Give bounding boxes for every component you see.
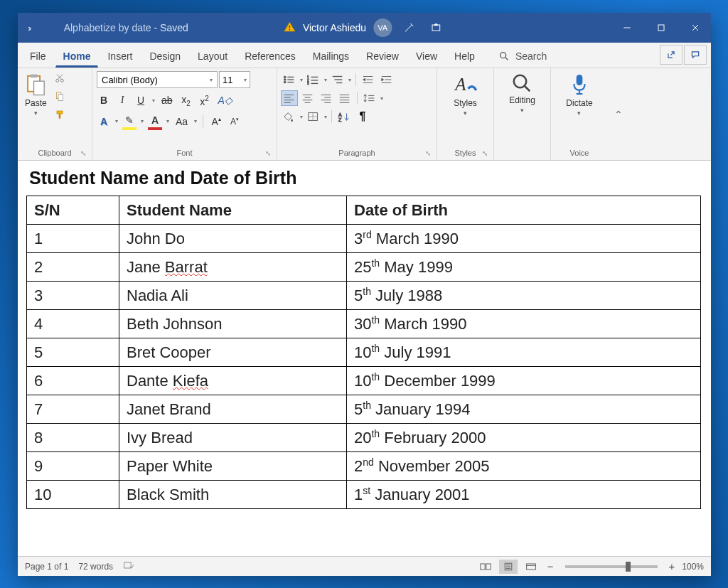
maximize-button[interactable] <box>646 13 677 43</box>
qat-overflow-icon[interactable]: ›› <box>28 23 30 33</box>
numbering-button[interactable]: 123 <box>306 73 321 87</box>
align-right-button[interactable] <box>318 91 334 105</box>
tab-review[interactable]: Review <box>358 44 407 68</box>
italic-button[interactable]: I <box>115 93 129 107</box>
line-spacing-button[interactable] <box>362 91 378 105</box>
svg-rect-18 <box>57 111 63 114</box>
text-effects-button[interactable]: A <box>97 114 111 129</box>
cell-dob: 1st January 2001 <box>347 481 701 509</box>
copy-icon[interactable] <box>53 90 67 104</box>
cell-dob: 20th February 2000 <box>347 424 701 452</box>
zoom-slider[interactable] <box>565 565 658 568</box>
read-mode-button[interactable] <box>476 560 495 574</box>
cell-sn: 10 <box>27 481 119 509</box>
proofing-icon[interactable] <box>123 560 134 572</box>
cell-dob: 30th March 1990 <box>347 310 701 338</box>
wand-icon[interactable] <box>399 13 419 43</box>
highlight-button[interactable]: ✎ <box>122 113 136 130</box>
document-canvas[interactable]: Student Name and Date of Birth S/N Stude… <box>18 161 711 556</box>
cut-icon[interactable] <box>53 71 67 85</box>
shading-button[interactable] <box>282 109 297 124</box>
svg-rect-0 <box>289 25 290 28</box>
tab-insert[interactable]: Insert <box>100 44 140 68</box>
font-color-button[interactable]: A <box>148 113 162 130</box>
svg-text:Z: Z <box>338 117 342 122</box>
zoom-out-button[interactable]: − <box>545 560 557 572</box>
svg-point-66 <box>514 75 527 88</box>
styles-button[interactable]: A Styles ▾ <box>451 71 481 118</box>
multilevel-button[interactable] <box>330 73 346 87</box>
cell-dob: 3rd March 1990 <box>347 225 701 253</box>
ribbon-display-icon[interactable] <box>426 13 446 43</box>
font-group-label: Font <box>176 149 192 157</box>
tab-mailings[interactable]: Mailings <box>305 44 357 68</box>
decrease-indent-button[interactable] <box>360 73 376 87</box>
dialog-launcher-icon[interactable]: ⤡ <box>425 149 431 157</box>
font-name-select[interactable]: Calibri (Body)▾ <box>97 71 218 88</box>
share-button[interactable] <box>660 45 682 65</box>
svg-rect-2 <box>432 25 440 31</box>
svg-point-22 <box>284 79 286 81</box>
table-row: 6Dante Kiefa10th December 1999 <box>27 367 701 395</box>
cell-sn: 8 <box>27 424 119 452</box>
dictate-button[interactable]: Dictate ▾ <box>563 71 595 118</box>
show-marks-button[interactable]: ¶ <box>355 109 370 124</box>
tab-view[interactable]: View <box>408 44 445 68</box>
paragraph-group-label: Paragraph <box>338 149 375 157</box>
search-input[interactable]: Search <box>498 50 658 68</box>
superscript-button[interactable]: x2 <box>198 93 212 109</box>
strike-button[interactable]: ab <box>159 93 175 107</box>
tab-file[interactable]: File <box>22 44 54 68</box>
editing-button[interactable]: Editing ▾ <box>506 71 538 115</box>
borders-button[interactable] <box>306 109 321 124</box>
search-label: Search <box>515 50 547 62</box>
justify-button[interactable] <box>337 91 353 105</box>
cell-dob: 5th July 1988 <box>347 282 701 310</box>
minimize-button[interactable] <box>611 13 643 43</box>
avatar[interactable]: VA <box>373 18 392 37</box>
clear-format-button[interactable]: A◇ <box>216 93 235 107</box>
svg-point-24 <box>284 81 286 83</box>
zoom-level[interactable]: 100% <box>682 562 704 572</box>
svg-rect-72 <box>481 564 485 570</box>
increase-indent-button[interactable] <box>379 73 395 87</box>
font-size-select[interactable]: 11▾ <box>219 71 250 88</box>
change-case-button[interactable]: Aa <box>173 114 190 129</box>
tab-design[interactable]: Design <box>141 44 188 68</box>
tab-help[interactable]: Help <box>446 44 483 68</box>
underline-button[interactable]: U <box>134 93 148 107</box>
word-count[interactable]: 72 words <box>78 562 113 572</box>
svg-line-15 <box>57 75 62 80</box>
word-window: ›› Alphabetize by date - Saved Victor As… <box>18 13 711 576</box>
svg-rect-11 <box>34 81 45 95</box>
tab-home[interactable]: Home <box>55 44 99 68</box>
comments-button[interactable] <box>684 45 707 65</box>
dialog-launcher-icon[interactable]: ⤡ <box>482 149 488 157</box>
tab-layout[interactable]: Layout <box>190 44 235 68</box>
col-sn: S/N <box>27 196 119 225</box>
format-painter-icon[interactable] <box>53 108 67 122</box>
dialog-launcher-icon[interactable]: ⤡ <box>80 149 86 157</box>
sort-button[interactable]: AZ <box>336 109 352 124</box>
close-button[interactable] <box>680 13 711 43</box>
cell-name: John Do <box>119 225 347 253</box>
subscript-button[interactable]: x2 <box>179 92 193 109</box>
align-center-button[interactable] <box>300 91 316 105</box>
tab-references[interactable]: References <box>237 44 304 68</box>
cell-dob: 10th July 1991 <box>347 338 701 367</box>
cell-name: Ivy Bread <box>119 424 347 452</box>
shrink-font-button[interactable]: A▾ <box>228 115 242 128</box>
collapse-ribbon-button[interactable]: ⌃ <box>608 68 629 160</box>
align-left-button[interactable] <box>282 91 297 105</box>
grow-font-button[interactable]: A▴ <box>209 114 223 129</box>
paste-button[interactable]: Paste ▾ <box>22 71 50 118</box>
svg-rect-17 <box>58 95 63 101</box>
cell-name: Jane Barrat <box>119 253 347 282</box>
print-layout-button[interactable] <box>499 560 518 574</box>
web-layout-button[interactable] <box>522 560 540 574</box>
bold-button[interactable]: B <box>97 93 111 107</box>
zoom-in-button[interactable]: + <box>666 560 678 572</box>
page-indicator[interactable]: Page 1 of 1 <box>25 562 68 572</box>
bullets-button[interactable] <box>282 73 297 87</box>
dialog-launcher-icon[interactable]: ⤡ <box>265 149 271 157</box>
